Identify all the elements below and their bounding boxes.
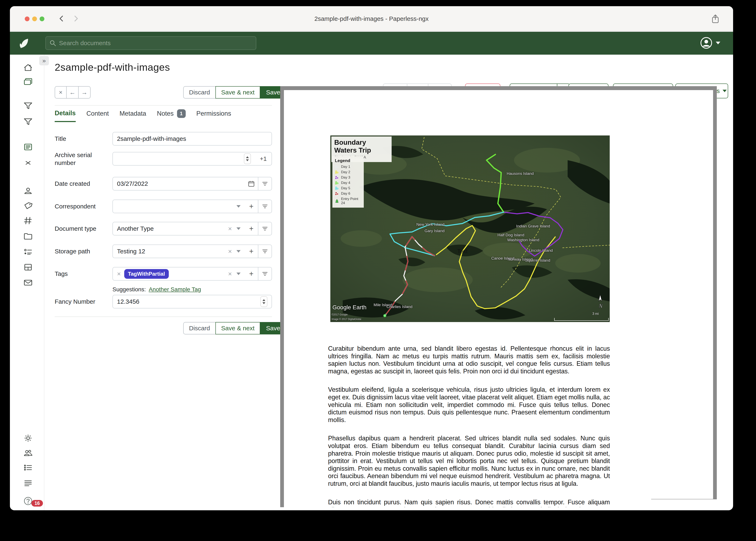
save-and-next-button[interactable]: Save & next bbox=[215, 86, 260, 99]
map-legend: Legend Day 1 Day 2 Day 3 Day 4 Day 5 Day… bbox=[332, 156, 364, 208]
asn-field: +1 bbox=[112, 152, 272, 166]
asn-input[interactable] bbox=[112, 152, 255, 166]
title-field-label: Title bbox=[55, 135, 108, 143]
storage-path-label: Storage path bbox=[55, 248, 108, 255]
window-title: 2sample-pdf-with-images - Paperless-ngx bbox=[10, 6, 733, 31]
storage-path-select[interactable]: Testing 12 × bbox=[112, 245, 245, 258]
previous-document-button[interactable]: ← bbox=[67, 86, 79, 99]
add-document-type-button[interactable]: + bbox=[244, 222, 258, 236]
document-type-select[interactable]: Another Type × bbox=[112, 222, 245, 236]
tab-content[interactable]: Content bbox=[86, 110, 109, 122]
fancy-number-stepper[interactable] bbox=[260, 296, 267, 307]
chevron-down-icon[interactable] bbox=[236, 205, 241, 208]
sidebar-item-logs[interactable] bbox=[23, 478, 33, 488]
add-correspondent-button[interactable]: + bbox=[244, 200, 258, 213]
clear-icon[interactable]: × bbox=[228, 270, 232, 278]
asn-field-label: Archive serial number bbox=[55, 151, 108, 167]
discard-button[interactable]: Discard bbox=[183, 86, 215, 99]
sidebar-item-documents[interactable] bbox=[23, 77, 33, 87]
sidebar: 16 bbox=[10, 55, 44, 510]
clear-icon[interactable]: × bbox=[228, 248, 232, 255]
chevron-down-icon[interactable] bbox=[236, 228, 241, 230]
legend-item: Day 1 bbox=[335, 165, 362, 169]
map-attribution: Image © 2017 DigitalGlobe bbox=[332, 318, 361, 320]
save-group-bottom: Discard Save & next Save bbox=[183, 322, 286, 334]
sidebar-item-mail[interactable] bbox=[23, 278, 33, 287]
tags-field: × TagWithPartial × + bbox=[112, 267, 272, 280]
title-input[interactable]: 2sample-pdf-with-images bbox=[112, 132, 272, 146]
chevron-down-icon bbox=[716, 42, 720, 44]
next-document-button[interactable]: → bbox=[79, 86, 91, 99]
tab-details[interactable]: Details bbox=[55, 110, 76, 122]
sidebar-expand-button[interactable]: » bbox=[39, 56, 49, 65]
sidebar-item-settings[interactable] bbox=[23, 433, 33, 443]
tags-filter-button[interactable] bbox=[258, 267, 272, 280]
calendar-button[interactable] bbox=[244, 177, 258, 191]
pdf-preview-pane[interactable]: Boundary Waters Trip Six days in BWCA Le… bbox=[280, 86, 717, 507]
search-bar[interactable] bbox=[45, 36, 256, 50]
document-type-filter-button[interactable] bbox=[258, 222, 272, 236]
legend-item: Day 4 bbox=[335, 181, 362, 185]
sidebar-item-saved-view-2[interactable] bbox=[23, 117, 33, 127]
tasks-count-badge: 16 bbox=[31, 500, 43, 507]
filter-icon bbox=[261, 248, 268, 255]
sidebar-close-all-icon[interactable] bbox=[23, 158, 33, 168]
date-filter-button[interactable] bbox=[258, 177, 272, 191]
user-menu[interactable] bbox=[700, 37, 720, 49]
correspondent-select[interactable] bbox=[112, 200, 245, 213]
discard-button[interactable]: Discard bbox=[183, 322, 215, 334]
close-document-button[interactable]: × bbox=[55, 86, 67, 99]
sidebar-item-correspondents[interactable] bbox=[23, 186, 33, 196]
tab-permissions[interactable]: Permissions bbox=[196, 110, 231, 122]
date-created-field: 03/27/2022 bbox=[112, 177, 272, 191]
sidebar-item-users-groups[interactable] bbox=[23, 448, 33, 458]
sidebar-item-tasks[interactable] bbox=[23, 463, 33, 473]
correspondent-field: + bbox=[112, 200, 272, 213]
filter-icon bbox=[261, 203, 268, 210]
island-label: Washington Island bbox=[507, 238, 539, 242]
add-tag-button[interactable]: + bbox=[244, 267, 258, 280]
paperless-logo-icon[interactable] bbox=[19, 36, 32, 50]
add-storage-path-button[interactable]: + bbox=[244, 245, 258, 258]
sidebar-item-tags[interactable] bbox=[23, 201, 33, 211]
google-earth-watermark: Google Earth bbox=[332, 304, 366, 311]
suggestion-link[interactable]: Another Sample Tag bbox=[149, 286, 201, 292]
correspondent-filter-button[interactable] bbox=[258, 200, 272, 213]
clear-icon[interactable]: × bbox=[228, 225, 232, 233]
app-window: 2sample-pdf-with-images - Paperless-ngx bbox=[10, 6, 733, 510]
tab-notes[interactable]: Notes1 bbox=[157, 109, 186, 122]
save-and-next-button[interactable]: Save & next bbox=[215, 322, 260, 334]
share-icon[interactable] bbox=[711, 14, 720, 24]
asn-increment-button[interactable]: +1 bbox=[255, 152, 272, 166]
sidebar-item-custom-fields[interactable] bbox=[23, 247, 33, 257]
title-field: 2sample-pdf-with-images bbox=[112, 132, 272, 146]
sidebar-item-dashboard[interactable] bbox=[23, 63, 33, 73]
tags-select[interactable]: × TagWithPartial × bbox=[112, 267, 245, 280]
sidebar-item-open-document[interactable] bbox=[23, 142, 33, 152]
chevron-down-icon[interactable] bbox=[236, 272, 241, 275]
sidebar-item-saved-view-1[interactable] bbox=[23, 101, 33, 111]
remove-tag-icon[interactable]: × bbox=[117, 270, 121, 278]
island-label: Squirrel Island bbox=[525, 258, 550, 263]
date-created-input[interactable]: 03/27/2022 bbox=[112, 177, 245, 191]
tag-chip[interactable]: TagWithPartial bbox=[124, 269, 169, 279]
legend-route-icon bbox=[335, 176, 339, 180]
legend-route-icon bbox=[335, 192, 339, 196]
paragraph: Curabitur bibendum ante urna, sed blandi… bbox=[328, 345, 610, 375]
legend-item: Entry Point 24 bbox=[335, 197, 362, 205]
chevron-down-icon[interactable] bbox=[236, 250, 241, 253]
search-input[interactable] bbox=[59, 40, 252, 47]
preview-scrollbar[interactable] bbox=[651, 499, 713, 499]
storage-path-filter-button[interactable] bbox=[258, 245, 272, 258]
app-header bbox=[10, 32, 733, 55]
fancy-number-input[interactable]: 12.3456 bbox=[112, 295, 272, 308]
tab-metadata[interactable]: Metadata bbox=[119, 110, 146, 122]
sidebar-item-document-types[interactable] bbox=[23, 216, 33, 226]
fancy-number-label: Fancy Number bbox=[55, 298, 108, 305]
asn-stepper[interactable] bbox=[244, 153, 251, 164]
correspondent-label: Correspondent bbox=[55, 203, 108, 210]
sidebar-item-storage-paths[interactable] bbox=[23, 231, 33, 241]
map-image: Boundary Waters Trip Six days in BWCA Le… bbox=[330, 136, 610, 322]
document-type-field: Another Type × + bbox=[112, 222, 272, 236]
sidebar-item-workflows[interactable] bbox=[23, 262, 33, 272]
